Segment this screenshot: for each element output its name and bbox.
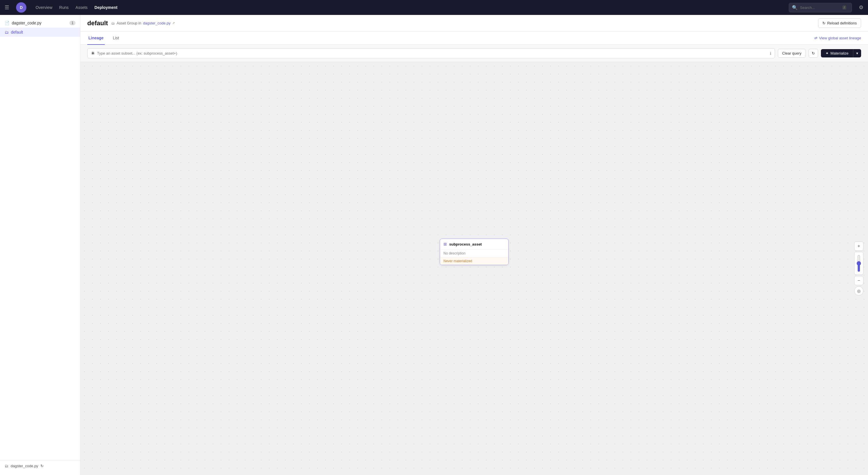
asset-node-header: ⊞ subprocess_asset — [440, 239, 508, 249]
search-bar[interactable]: 🔍 / — [789, 3, 852, 12]
canvas-area: ⊞ subprocess_asset No description Never … — [81, 62, 868, 475]
page-title: default — [87, 20, 108, 27]
reload-definitions-button[interactable]: ↻ Reload definitions — [818, 19, 861, 28]
file-icon: 📄 — [5, 21, 9, 25]
asset-node[interactable]: ⊞ subprocess_asset No description Never … — [440, 239, 508, 265]
hamburger-icon[interactable]: ☰ — [5, 4, 9, 11]
tab-list[interactable]: List — [112, 32, 120, 45]
clear-query-button[interactable]: Clear query — [778, 49, 806, 58]
nav-links: Overview Runs Assets Deployment — [36, 5, 117, 10]
view-lineage-icon: ⇄ — [814, 36, 817, 40]
refresh-button[interactable]: ↻ — [809, 49, 818, 58]
sidebar-item-badge: 1 — [69, 21, 75, 25]
nav-link-assets[interactable]: Assets — [75, 5, 88, 10]
dot-grid — [81, 62, 868, 475]
materialize-dropdown-button[interactable]: ▾ — [853, 49, 861, 57]
materialize-button[interactable]: ✦ Materialize — [821, 49, 853, 57]
top-nav: ☰ D Overview Runs Assets Deployment 🔍 / … — [0, 0, 868, 15]
zoom-slider[interactable] — [857, 255, 861, 272]
materialize-button-group: ✦ Materialize ▾ — [821, 49, 861, 57]
search-shortcut: / — [842, 5, 846, 9]
layout: 📄 dagster_code.py 1 🗂 default 🗂 dagster_… — [0, 15, 868, 475]
footer-folder-icon: 🗂 — [5, 464, 8, 468]
search-input[interactable] — [800, 5, 840, 10]
zoom-controls: + − ◎ — [854, 241, 863, 296]
breadcrumb: 🗂 Asset Group in dagster_code.py ↗ — [112, 21, 175, 25]
query-icon: ✳ — [91, 51, 95, 56]
asset-node-status: Never materialized — [440, 257, 508, 265]
query-input[interactable] — [97, 51, 768, 55]
view-global-asset-lineage-link[interactable]: ⇄ View global asset lineage — [814, 36, 861, 40]
reload-label: Reload definitions — [827, 21, 857, 25]
sidebar-item-label: dagster_code.py — [12, 21, 42, 25]
sidebar-footer[interactable]: 🗂 dagster_code.py ↻ — [0, 460, 80, 472]
footer-label: dagster_code.py — [11, 464, 38, 468]
zoom-slider-wrap[interactable] — [854, 252, 863, 275]
external-link-icon[interactable]: ↗ — [172, 21, 175, 25]
zoom-out-button[interactable]: − — [854, 276, 863, 285]
compass-button[interactable]: ◎ — [854, 286, 863, 296]
nav-link-deployment[interactable]: Deployment — [94, 5, 117, 10]
view-lineage-label: View global asset lineage — [819, 36, 861, 40]
reload-icon: ↻ — [823, 21, 826, 25]
logo[interactable]: D — [16, 2, 26, 12]
asset-node-name: subprocess_asset — [449, 242, 482, 246]
sidebar-item-dagster-code[interactable]: 📄 dagster_code.py 1 — [0, 19, 80, 28]
sidebar: 📄 dagster_code.py 1 🗂 default 🗂 dagster_… — [0, 15, 81, 475]
nav-link-runs[interactable]: Runs — [59, 5, 69, 10]
breadcrumb-link[interactable]: dagster_code.py — [143, 21, 170, 25]
sidebar-item-label: default — [11, 30, 23, 34]
toolbar: ✳ ℹ Clear query ↻ ✦ Materialize ▾ — [81, 45, 868, 62]
page-header: default 🗂 Asset Group in dagster_code.py… — [81, 15, 868, 32]
asset-node-icon: ⊞ — [443, 242, 447, 246]
info-icon[interactable]: ℹ — [770, 51, 771, 56]
search-icon: 🔍 — [792, 5, 798, 10]
group-icon: 🗂 — [5, 30, 9, 34]
sidebar-item-default[interactable]: 🗂 default — [0, 28, 80, 37]
tabs-bar: Lineage List ⇄ View global asset lineage — [81, 32, 868, 45]
zoom-in-button[interactable]: + — [854, 241, 863, 251]
materialize-label: Materialize — [830, 51, 848, 55]
main-content: default 🗂 Asset Group in dagster_code.py… — [81, 15, 868, 475]
tab-lineage[interactable]: Lineage — [87, 32, 105, 45]
breadcrumb-text: Asset Group in — [117, 21, 141, 25]
footer-refresh-icon[interactable]: ↻ — [40, 464, 43, 468]
query-input-wrap[interactable]: ✳ ℹ — [87, 48, 775, 58]
breadcrumb-folder-icon: 🗂 — [112, 21, 115, 25]
materialize-icon: ✦ — [826, 51, 829, 55]
asset-node-description: No description — [440, 249, 508, 257]
nav-link-overview[interactable]: Overview — [36, 5, 52, 10]
settings-icon[interactable]: ⚙ — [859, 4, 863, 11]
